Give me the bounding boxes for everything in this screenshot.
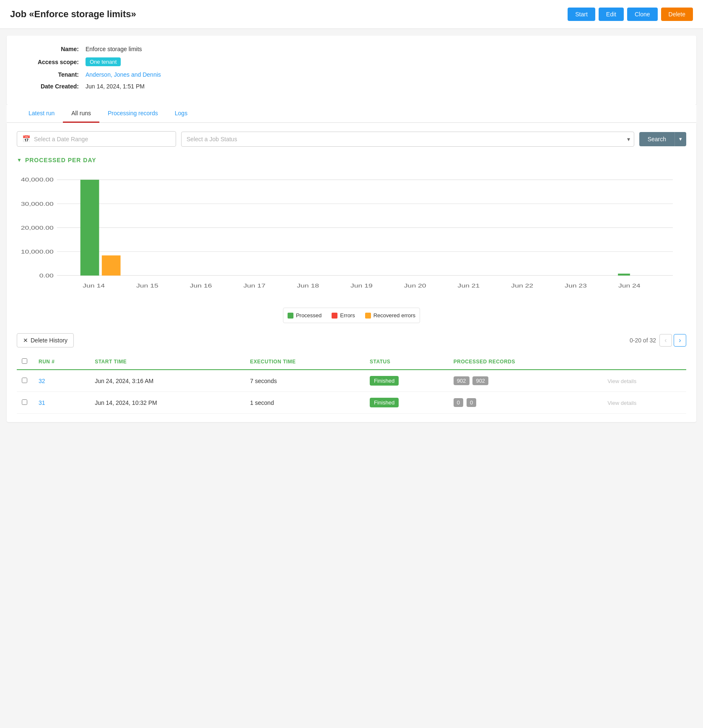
filter-row: 📅 Select a Date Range Select a Job Statu… — [17, 131, 686, 147]
start-button[interactable]: Start — [568, 8, 595, 21]
info-row-date: Date Created: Jun 14, 2024, 1:51 PM — [20, 83, 683, 90]
search-dropdown-button[interactable]: ▾ — [674, 132, 686, 146]
edit-button[interactable]: Edit — [599, 8, 624, 21]
page-title: Job «Enforce storage limits» — [10, 9, 136, 20]
svg-text:40,000.00: 40,000.00 — [21, 177, 54, 183]
view-details-31: View details — [602, 392, 686, 414]
svg-rect-21 — [80, 180, 99, 276]
errors-dot — [332, 313, 337, 319]
tab-all-runs[interactable]: All runs — [63, 105, 99, 123]
info-row-tenant: Tenant: Anderson, Jones and Dennis — [20, 71, 683, 78]
date-created-label: Date Created: — [20, 83, 79, 90]
pagination-section: 0-20 of 32 ‹ › — [630, 334, 686, 347]
search-button[interactable]: Search — [639, 132, 674, 146]
svg-text:Jun 22: Jun 22 — [511, 282, 533, 288]
table-row: 31 Jun 14, 2024, 10:32 PM 1 second Finis… — [17, 392, 686, 414]
svg-text:20,000.00: 20,000.00 — [21, 225, 54, 231]
run-num-31: 31 — [34, 392, 90, 414]
svg-text:Jun 18: Jun 18 — [297, 282, 319, 288]
chart-container: 40,000.00 30,000.00 20,000.00 10,000.00 … — [17, 170, 686, 304]
row-checkbox-32[interactable] — [22, 378, 27, 383]
x-icon: ✕ — [23, 337, 28, 344]
tab-latest-run[interactable]: Latest run — [20, 105, 63, 123]
svg-text:30,000.00: 30,000.00 — [21, 201, 54, 207]
delete-history-button[interactable]: ✕ Delete History — [17, 333, 74, 347]
execution-time-31: 1 second — [245, 392, 365, 414]
col-processed-records: PROCESSED RECORDS — [449, 354, 602, 370]
svg-text:Jun 20: Jun 20 — [404, 282, 426, 288]
date-created-value: Jun 14, 2024, 1:51 PM — [86, 83, 145, 90]
tab-logs[interactable]: Logs — [166, 105, 196, 123]
date-filter[interactable]: 📅 Select a Date Range — [17, 131, 176, 147]
chart-section-title: PROCESSED PER DAY — [25, 157, 96, 163]
col-status: STATUS — [365, 354, 449, 370]
chart-legend: Processed Errors Recovered errors — [283, 308, 420, 323]
table-row: 32 Jun 24, 2024, 3:16 AM 7 seconds Finis… — [17, 370, 686, 392]
name-label: Name: — [20, 46, 79, 52]
svg-text:Jun 24: Jun 24 — [618, 282, 641, 288]
svg-text:Jun 14: Jun 14 — [83, 282, 105, 288]
svg-text:Jun 19: Jun 19 — [350, 282, 373, 288]
name-value: Enforce storage limits — [86, 46, 142, 52]
processed-records-31: 0 0 — [449, 392, 602, 414]
processed-records-32: 902 902 — [449, 370, 602, 392]
legend-processed: Processed — [288, 312, 322, 319]
col-start-time: START TIME — [90, 354, 245, 370]
table-actions: ✕ Delete History 0-20 of 32 ‹ › — [17, 333, 686, 347]
svg-text:Jun 21: Jun 21 — [458, 282, 480, 288]
clone-button[interactable]: Clone — [627, 8, 658, 21]
next-page-button[interactable]: › — [674, 334, 686, 347]
tenant-label: Tenant: — [20, 71, 79, 78]
pagination-info: 0-20 of 32 — [630, 337, 656, 344]
view-details-32: View details — [602, 370, 686, 392]
search-button-group: Search ▾ — [639, 132, 686, 146]
svg-rect-22 — [102, 255, 121, 275]
prev-page-button[interactable]: ‹ — [659, 334, 672, 347]
page-header: Job «Enforce storage limits» Start Edit … — [0, 0, 703, 29]
legend-errors: Errors — [332, 312, 355, 319]
execution-time-32: 7 seconds — [245, 370, 365, 392]
svg-text:Jun 23: Jun 23 — [565, 282, 587, 288]
select-all-checkbox[interactable] — [22, 358, 27, 364]
tab-processing-records[interactable]: Processing records — [99, 105, 166, 123]
calendar-icon: 📅 — [22, 135, 31, 143]
status-31: Finished — [365, 392, 449, 414]
svg-text:0.00: 0.00 — [39, 272, 54, 278]
processed-dot — [288, 313, 293, 319]
delete-button[interactable]: Delete — [661, 8, 693, 21]
svg-text:10,000.00: 10,000.00 — [21, 249, 54, 254]
collapse-icon[interactable]: ▼ — [17, 157, 22, 163]
status-select[interactable]: Select a Job Status Finished Running Fai… — [181, 132, 634, 147]
chart-section-header: ▼ PROCESSED PER DAY — [17, 157, 686, 163]
job-info-card: Name: Enforce storage limits Access scop… — [7, 36, 696, 105]
access-scope-badge: One tenant — [86, 57, 121, 66]
status-32: Finished — [365, 370, 449, 392]
access-scope-label: Access scope: — [20, 59, 79, 65]
pagination-controls: ‹ › — [659, 334, 686, 347]
col-run-num: RUN # — [34, 354, 90, 370]
start-time-31: Jun 14, 2024, 10:32 PM — [90, 392, 245, 414]
runs-table: RUN # START TIME EXECUTION TIME STATUS P… — [17, 354, 686, 414]
svg-text:Jun 16: Jun 16 — [190, 282, 212, 288]
date-placeholder: Select a Date Range — [34, 136, 88, 142]
col-actions — [602, 354, 686, 370]
recovered-dot — [365, 313, 371, 319]
run-num-32: 32 — [34, 370, 90, 392]
svg-text:Jun 17: Jun 17 — [244, 282, 266, 288]
chart-svg: 40,000.00 30,000.00 20,000.00 10,000.00 … — [17, 170, 686, 304]
tenant-link[interactable]: Anderson, Jones and Dennis — [86, 71, 161, 78]
main-content: 📅 Select a Date Range Select a Job Statu… — [7, 123, 696, 422]
info-row-access: Access scope: One tenant — [20, 57, 683, 66]
col-execution-time: EXECUTION TIME — [245, 354, 365, 370]
row-checkbox-31[interactable] — [22, 399, 27, 405]
status-select-wrapper: Select a Job Status Finished Running Fai… — [181, 132, 634, 147]
start-time-32: Jun 24, 2024, 3:16 AM — [90, 370, 245, 392]
svg-text:Jun 15: Jun 15 — [136, 282, 158, 288]
legend-recovered: Recovered errors — [365, 312, 415, 319]
header-buttons: Start Edit Clone Delete — [568, 8, 693, 21]
tabs-container: Latest run All runs Processing records L… — [7, 105, 696, 123]
info-row-name: Name: Enforce storage limits — [20, 46, 683, 52]
svg-rect-23 — [618, 274, 630, 276]
